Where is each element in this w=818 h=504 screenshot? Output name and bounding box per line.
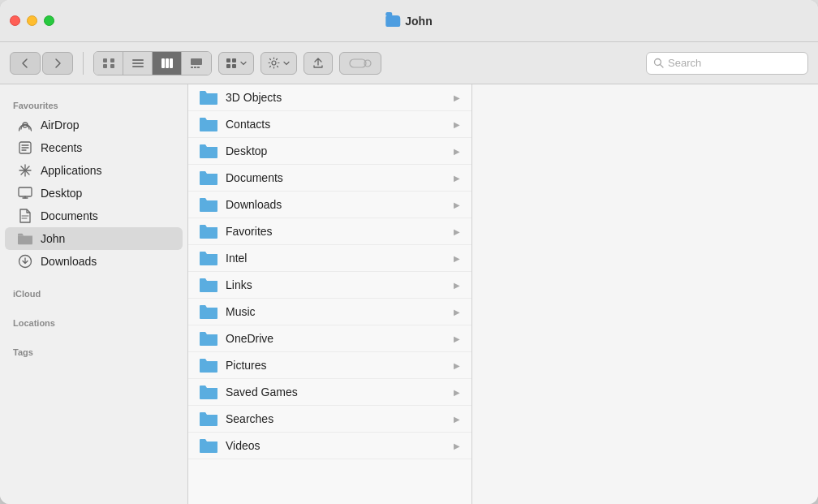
- table-row[interactable]: Desktop▶: [188, 138, 471, 165]
- table-row[interactable]: Saved Games▶: [188, 379, 471, 406]
- list-view-button[interactable]: [123, 52, 153, 75]
- table-row[interactable]: 3D Objects▶: [188, 84, 471, 111]
- svg-rect-9: [170, 58, 173, 68]
- folder-icon: [200, 304, 217, 319]
- window-title-area: John: [385, 15, 432, 28]
- back-icon: [19, 57, 32, 70]
- group-icon: [226, 58, 237, 69]
- toolbar-separator-1: [83, 52, 84, 75]
- table-row[interactable]: Videos▶: [188, 433, 471, 459]
- table-row[interactable]: Pictures▶: [188, 352, 471, 379]
- file-row-left: Links: [200, 278, 252, 292]
- traffic-lights: [10, 15, 54, 26]
- content-pane: 3D Objects▶ Contacts▶ Desktop▶ Documents…: [188, 84, 818, 504]
- table-row[interactable]: Searches▶: [188, 406, 471, 433]
- table-row[interactable]: Documents▶: [188, 165, 471, 192]
- chevron-right-icon: ▶: [454, 442, 460, 450]
- file-row-left: Contacts: [200, 117, 270, 131]
- icon-view-button[interactable]: [94, 52, 123, 75]
- chevron-right-icon: ▶: [454, 93, 460, 102]
- gallery-view-button[interactable]: [182, 52, 211, 75]
- file-name: OneDrive: [226, 332, 273, 345]
- file-row-left: Videos: [200, 438, 260, 453]
- svg-rect-17: [232, 64, 236, 68]
- back-button[interactable]: [10, 52, 41, 75]
- file-row-left: Documents: [200, 170, 283, 185]
- chevron-right-icon: ▶: [454, 281, 460, 290]
- sidebar-item-airdrop[interactable]: AirDrop: [5, 114, 183, 136]
- gallery-view-icon: [190, 58, 203, 69]
- settings-action-button[interactable]: [260, 52, 297, 75]
- sidebar-item-desktop[interactable]: Desktop: [5, 182, 183, 205]
- sidebar-label-desktop: Desktop: [41, 187, 82, 200]
- file-list-pane: 3D Objects▶ Contacts▶ Desktop▶ Documents…: [188, 84, 472, 504]
- svg-rect-6: [132, 66, 144, 67]
- sidebar-section-favourites: Favourites: [0, 94, 187, 114]
- file-name: Searches: [226, 412, 273, 425]
- svg-rect-19: [350, 59, 366, 67]
- tag-button[interactable]: [339, 52, 381, 75]
- folder-icon: [200, 411, 217, 426]
- share-icon: [312, 57, 325, 70]
- file-name: Documents: [226, 171, 283, 184]
- svg-rect-7: [161, 58, 165, 68]
- table-row[interactable]: OneDrive▶: [188, 325, 471, 352]
- sidebar-item-john[interactable]: John: [5, 227, 183, 250]
- sidebar-section-icloud: iCloud: [0, 282, 187, 302]
- search-icon: [653, 58, 664, 68]
- file-name: Videos: [226, 439, 260, 452]
- sidebar-item-recents[interactable]: Recents: [5, 136, 183, 159]
- minimize-button[interactable]: [27, 15, 37, 26]
- svg-point-20: [364, 60, 371, 67]
- table-row[interactable]: Intel▶: [188, 245, 471, 272]
- file-name: Contacts: [226, 118, 270, 131]
- file-row-left: Downloads: [200, 197, 282, 212]
- svg-rect-5: [132, 62, 144, 64]
- chevron-down-icon: [240, 60, 247, 67]
- svg-rect-14: [226, 58, 230, 62]
- sidebar-item-documents[interactable]: Documents: [5, 205, 183, 227]
- folder-icon: [200, 331, 217, 346]
- svg-rect-1: [110, 58, 114, 62]
- file-name: Links: [226, 278, 252, 291]
- folder-icon: [200, 251, 217, 265]
- folder-icon: [200, 358, 217, 373]
- search-placeholder: Search: [668, 57, 701, 69]
- file-name: Intel: [226, 252, 247, 265]
- table-row[interactable]: Music▶: [188, 299, 471, 325]
- folder-icon: [200, 385, 217, 399]
- folder-icon: [200, 224, 217, 239]
- table-row[interactable]: Contacts▶: [188, 111, 471, 138]
- close-button[interactable]: [10, 15, 20, 26]
- search-box[interactable]: Search: [646, 52, 808, 75]
- file-row-left: Desktop: [200, 144, 267, 158]
- column-view-button[interactable]: [153, 52, 182, 75]
- svg-rect-8: [166, 58, 169, 68]
- folder-icon: [200, 170, 217, 185]
- forward-button[interactable]: [42, 52, 73, 75]
- folder-icon: [200, 144, 217, 158]
- share-button[interactable]: [304, 52, 333, 75]
- sidebar-section-tags: Tags: [0, 341, 187, 360]
- sidebar-item-downloads[interactable]: Downloads: [5, 250, 183, 273]
- preview-pane: [472, 84, 818, 504]
- john-folder-icon: [18, 231, 32, 246]
- table-row[interactable]: Downloads▶: [188, 192, 471, 218]
- sidebar-item-applications[interactable]: Applications: [5, 159, 183, 182]
- file-row-left: Searches: [200, 411, 273, 426]
- table-row[interactable]: Links▶: [188, 272, 471, 299]
- sidebar-label-john: John: [41, 232, 65, 245]
- svg-line-22: [661, 65, 664, 68]
- downloads-icon: [18, 254, 32, 269]
- file-row-left: 3D Objects: [200, 90, 282, 105]
- table-row[interactable]: Favorites▶: [188, 218, 471, 245]
- maximize-button[interactable]: [44, 15, 54, 26]
- chevron-right-icon: ▶: [454, 415, 460, 424]
- group-action-button[interactable]: [218, 52, 254, 75]
- main-area: Favourites AirDrop: [0, 84, 818, 504]
- chevron-right-icon: ▶: [454, 334, 460, 343]
- file-row-left: Saved Games: [200, 385, 298, 399]
- folder-icon: [200, 278, 217, 292]
- chevron-right-icon: ▶: [454, 254, 460, 263]
- toolbar: Search: [0, 42, 818, 84]
